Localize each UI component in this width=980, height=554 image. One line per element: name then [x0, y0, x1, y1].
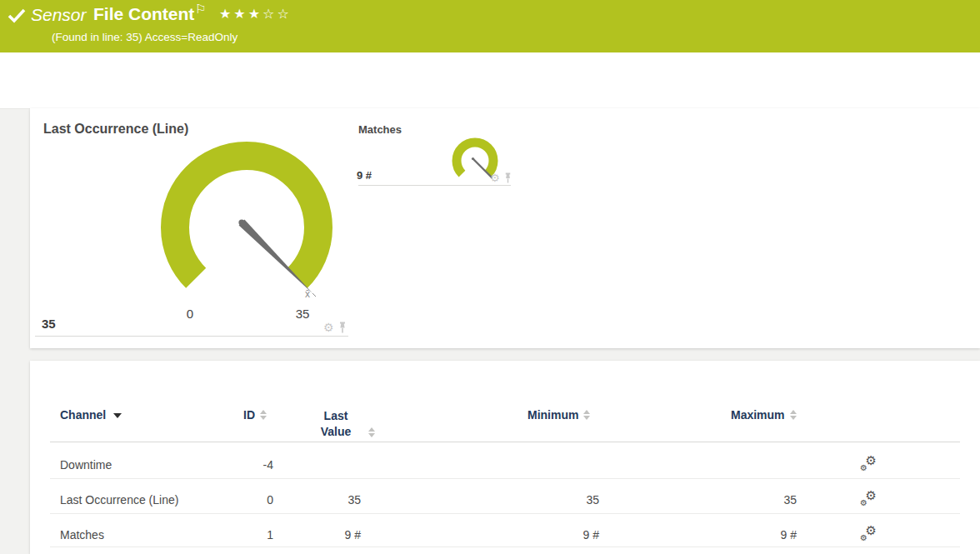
priority-stars[interactable]: ★★★☆☆ — [219, 6, 292, 22]
sort-icon — [583, 410, 590, 420]
panel-divider — [35, 336, 348, 337]
gauge-average-marker: x̄ — [305, 288, 310, 300]
channel-settings-gears-icon[interactable]: ⚙⚙ — [860, 525, 877, 541]
flag-icon[interactable]: ⚐ — [195, 2, 206, 17]
sensor-status-message: (Found in line: 35) Access=ReadOnly — [52, 31, 238, 43]
column-header-channel-label: Channel — [60, 408, 106, 422]
sort-icon[interactable] — [368, 427, 375, 437]
channel-last-value: 35 — [348, 493, 361, 507]
pin-icon[interactable] — [503, 172, 512, 183]
tab-bar: Overview Live Data 2 days 30 days 365 da… — [0, 52, 980, 109]
panel-gear-icon[interactable]: ⚙ — [490, 172, 500, 184]
gauge-scale-min: 0 — [182, 307, 198, 321]
column-header-last-value[interactable]: Last Value — [311, 408, 361, 440]
channel-maximum: 35 — [783, 493, 797, 507]
sensor-header: Sensor File Content ⚐ ★★★☆☆ (Found in li… — [0, 0, 980, 52]
status-ok-check-icon — [7, 7, 27, 25]
pin-icon[interactable] — [338, 322, 348, 333]
channel-id: 1 — [267, 528, 273, 542]
column-header-minimum-label: Minimum — [528, 408, 578, 422]
channel-name: Downtime — [60, 458, 112, 472]
channel-minimum: 9 # — [583, 528, 599, 542]
panel-gear-icon[interactable]: ⚙ — [323, 322, 334, 333]
gear-icon: ⚙ — [860, 533, 868, 542]
channel-minimum: 35 — [586, 493, 599, 507]
sort-icon — [260, 410, 267, 420]
gear-icon: ⚙ — [860, 463, 868, 472]
column-header-id[interactable]: ID — [243, 408, 267, 422]
row-divider — [50, 478, 960, 479]
channel-settings-gears-icon[interactable]: ⚙⚙ — [860, 490, 877, 506]
channel-name: Last Occurrence (Line) — [60, 493, 178, 507]
table-header-divider — [50, 442, 960, 442]
gear-icon: ⚙ — [860, 498, 868, 507]
channel-id: 0 — [267, 493, 273, 507]
secondary-gauge-value: 9 # — [357, 169, 372, 182]
channel-name: Matches — [60, 528, 104, 542]
column-header-id-label: ID — [243, 408, 255, 422]
channel-maximum: 9 # — [781, 528, 797, 542]
row-divider — [50, 547, 960, 547]
channel-settings-gears-icon[interactable]: ⚙⚙ — [860, 455, 877, 471]
channel-last-value: 9 # — [345, 528, 361, 542]
column-header-maximum[interactable]: Maximum — [731, 408, 797, 422]
column-header-last-value-label: Last Value — [321, 409, 352, 438]
sensor-name: File Content — [93, 4, 194, 24]
panel-divider — [358, 185, 511, 186]
sort-icon — [790, 410, 797, 420]
last-occurrence-gauge — [150, 135, 343, 323]
column-header-channel[interactable]: Channel — [60, 408, 122, 422]
row-divider — [50, 513, 960, 514]
column-header-maximum-label: Maximum — [731, 408, 785, 422]
primary-gauge-value: 35 — [42, 317, 56, 331]
column-header-minimum[interactable]: Minimum — [528, 408, 590, 422]
channels-card: Channel ID Last Value Minimum Maximum Do… — [30, 361, 980, 554]
sort-desc-icon — [113, 413, 122, 418]
channel-id: -4 — [263, 458, 273, 472]
prtg-sensor-page: Sensor File Content ⚐ ★★★☆☆ (Found in li… — [0, 0, 980, 554]
gauge-scale-max: 35 — [290, 307, 315, 321]
sensor-kind-label: Sensor — [31, 5, 87, 25]
secondary-gauge-title: Matches — [358, 123, 402, 136]
gauges-card: Last Occurrence (Line) x̄ 0 35 35 ⚙ Matc… — [30, 108, 980, 348]
